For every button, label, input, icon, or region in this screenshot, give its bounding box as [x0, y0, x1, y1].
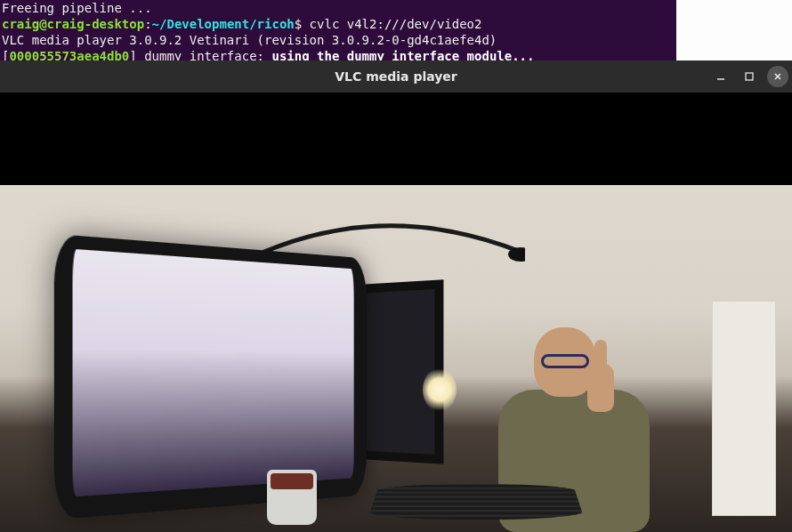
scene-keyboard — [368, 484, 585, 520]
svg-rect-1 — [746, 73, 753, 80]
vlc-titlebar[interactable]: VLC media player — [0, 60, 792, 93]
terminal-window[interactable]: Freeing pipeline ... craig@craig-desktop… — [0, 0, 676, 60]
terminal-prompt-sep: : — [144, 17, 151, 31]
maximize-button[interactable] — [739, 66, 760, 87]
video-frame — [0, 185, 792, 532]
vlc-title: VLC media player — [335, 69, 457, 84]
vlc-video-area[interactable] — [0, 93, 792, 532]
minimize-icon — [715, 71, 726, 82]
terminal-prompt-cwd: ~/Development/ricoh — [152, 17, 295, 31]
terminal-line-3: VLC media player 3.0.9.2 Vetinari (revis… — [2, 33, 497, 47]
minimize-button[interactable] — [710, 66, 731, 87]
scene-lamp — [423, 367, 457, 412]
window-controls — [710, 60, 788, 93]
terminal-prompt-end: $ — [295, 17, 310, 31]
scene-mug — [267, 470, 317, 525]
maximize-icon — [744, 71, 755, 82]
terminal-prompt-userhost: craig@craig-desktop — [2, 17, 144, 31]
close-button[interactable] — [767, 66, 788, 87]
terminal-line-1: Freeing pipeline ... — [2, 1, 152, 15]
terminal-command: cvlc v4l2:///dev/video2 — [310, 17, 482, 31]
scene-door — [712, 301, 776, 516]
close-icon — [772, 71, 783, 82]
scene-monitor-left — [54, 234, 367, 520]
